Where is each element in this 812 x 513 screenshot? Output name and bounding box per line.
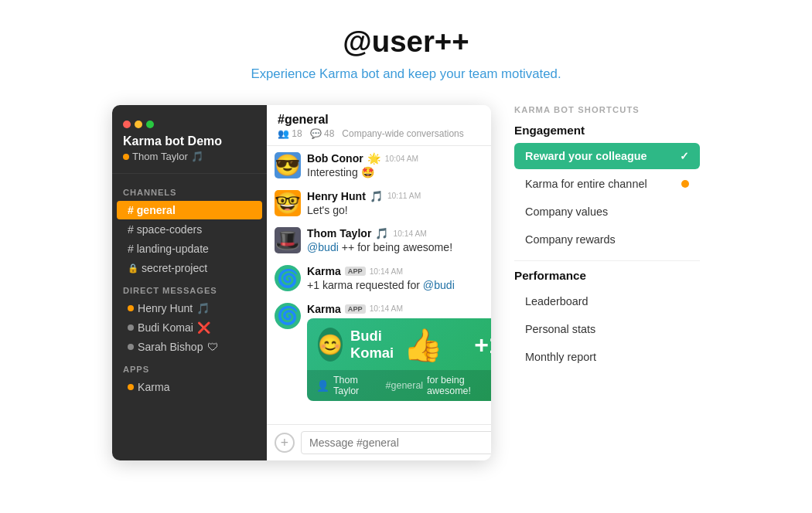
message-henry-body: Henry Hunt 🎵 10:11 AM Let's go!	[307, 190, 491, 219]
chat-channel-name: #general	[278, 113, 464, 127]
chat-area: #general 👥 18 💬 48 Company-wide conversa…	[267, 105, 491, 460]
sidebar-app-karma[interactable]: Karma	[117, 378, 262, 396]
channels-label: CHANNELS	[112, 180, 267, 200]
shortcut-check-icon: ✓	[680, 150, 689, 162]
dm-sarah-emoji: 🛡	[207, 341, 218, 353]
karma-time-2: 10:14 AM	[370, 304, 403, 313]
karma-app-dot	[128, 384, 134, 390]
window-min-dot	[135, 121, 142, 128]
karma-card-left: 😊 Budi Komai	[318, 328, 403, 362]
shortcut-personal-stats-label: Personal stats	[525, 323, 595, 335]
main-container: Karma bot Demo Thom Taylor 🎵 CHANNELS # …	[0, 97, 812, 468]
karma-card-avatar: 😊	[318, 328, 343, 362]
chat-header-meta: 👥 18 💬 48 Company-wide conversations	[278, 128, 464, 139]
user-emoji: 🎵	[191, 151, 203, 162]
dm-budi-name: Budi Komai	[138, 321, 193, 334]
dm-sarah-name: Sarah Bishop	[138, 341, 203, 353]
shortcut-leaderboard-label: Leaderboard	[525, 295, 589, 307]
avatar-karma-2: 🌀	[275, 303, 301, 329]
message-bob: 😎 Bob Conor 🌟 10:04 AM Interesting 🤩	[275, 152, 491, 181]
channel-name-landing-update: # landing-update	[128, 243, 209, 255]
chat-header-info: #general 👥 18 💬 48 Company-wide conversa…	[278, 113, 464, 139]
apps-label: APPS	[112, 357, 267, 377]
message-thom-body: Thom Taylor 🎵 10:14 AM @budi ++ for bein…	[307, 227, 491, 256]
karma-from-name: Thom Taylor	[333, 375, 382, 396]
karma-card-right: 👍 +1	[403, 326, 491, 364]
message-karma-1: 🌀 Karma APP 10:14 AM +1 karma requested …	[275, 265, 491, 294]
shortcut-reward-colleague[interactable]: Reward your colleague ✓	[514, 143, 700, 169]
channel-name-space-coders: # space-coders	[128, 223, 202, 236]
page-title: @user++	[15, 25, 797, 59]
sidebar-top: Karma bot Demo Thom Taylor 🎵	[112, 114, 267, 174]
sidebar-dm-henry[interactable]: Henry Hunt 🎵	[117, 299, 262, 318]
karma-name-1: Karma	[307, 265, 341, 277]
shortcut-company-values[interactable]: Company values	[514, 199, 700, 225]
message-karma-2: 🌀 Karma APP 10:14 AM	[275, 303, 491, 401]
sidebar-dm-sarah[interactable]: Sarah Bishop 🛡	[117, 338, 262, 356]
karma-recipient-name: Budi Komai	[350, 328, 403, 362]
window-close-dot	[123, 121, 131, 128]
henry-emoji: 🎵	[370, 190, 384, 202]
sidebar-channel-space-coders[interactable]: # space-coders	[117, 220, 262, 239]
channel-name-general: # general	[128, 204, 176, 216]
sidebar-channel-landing-update[interactable]: # landing-update	[117, 240, 262, 258]
karma-card: 😊 Budi Komai 👍 +1 👤	[307, 318, 491, 401]
chat-input-wrap: + 🙂	[267, 424, 491, 460]
page-header: @user++ Experience Karma bot and keep yo…	[0, 0, 812, 97]
add-attachment-button[interactable]: +	[275, 433, 295, 453]
channel-name-secret-project: secret-project	[142, 262, 207, 274]
mention-budi: @budi	[307, 241, 339, 253]
shortcuts-label: KARMA BOT SHORTCUTS	[514, 105, 700, 114]
sidebar-channel-general[interactable]: # general	[117, 201, 262, 219]
messages-icon: 💬	[310, 128, 322, 139]
mention-budi-2: @budi	[423, 279, 455, 291]
avatar-henry: 🤓	[275, 190, 301, 216]
window-max-dot	[146, 121, 154, 128]
shortcut-monthly-report[interactable]: Monthly report	[514, 344, 700, 370]
karma-from-avatar: 👤	[316, 379, 329, 392]
emoji-picker-icon[interactable]: 🙂	[490, 435, 491, 451]
sarah-status-dot	[128, 344, 134, 350]
shortcut-company-rewards-label: Company rewards	[525, 233, 616, 246]
chat-input[interactable]	[301, 431, 491, 454]
shortcut-company-values-label: Company values	[525, 206, 608, 218]
shortcut-company-rewards[interactable]: Company rewards	[514, 226, 700, 253]
chat-messages: 😎 Bob Conor 🌟 10:04 AM Interesting 🤩	[267, 146, 491, 424]
message-karma-2-author: Karma APP 10:14 AM	[307, 303, 491, 315]
budi-status-dot	[128, 324, 134, 331]
avatar-karma-1: 🌀	[275, 265, 301, 291]
dm-henry-emoji: 🎵	[196, 302, 210, 314]
shortcut-personal-stats[interactable]: Personal stats	[514, 316, 700, 342]
shortcut-dot-icon	[681, 180, 689, 188]
karma-card-bottom: 👤 Thom Taylor #general for being awesome…	[307, 370, 491, 401]
shortcut-reward-label: Reward your colleague	[525, 150, 647, 162]
message-henry-author: Henry Hunt 🎵 10:11 AM	[307, 190, 491, 202]
bob-time: 10:04 AM	[385, 155, 418, 163]
engagement-title: Engagement	[514, 124, 700, 137]
karma-from-channel: #general	[386, 380, 424, 391]
page-subtitle: Experience Karma bot and keep your team …	[15, 66, 797, 82]
message-karma-1-author: Karma APP 10:14 AM	[307, 265, 491, 277]
thom-time: 10:14 AM	[393, 229, 426, 238]
message-karma-1-body: Karma APP 10:14 AM +1 karma requested fo…	[307, 265, 491, 294]
shortcut-karma-channel[interactable]: Karma for entire channel	[514, 171, 700, 197]
shortcut-karma-channel-label: Karma for entire channel	[525, 178, 647, 190]
message-bob-body: Bob Conor 🌟 10:04 AM Interesting 🤩	[307, 152, 491, 181]
slack-mockup: Karma bot Demo Thom Taylor 🎵 CHANNELS # …	[112, 105, 491, 460]
app-badge-1: APP	[345, 267, 366, 276]
karma-reason: for being awesome!	[427, 375, 491, 396]
app-karma-name: Karma	[138, 381, 169, 393]
karma-thumbs-icon: 👍	[403, 326, 443, 364]
thom-emoji: 🎵	[375, 227, 389, 240]
sidebar-user: Thom Taylor 🎵	[123, 151, 256, 162]
lock-icon: 🔒	[128, 263, 138, 273]
karma-name-2: Karma	[307, 303, 341, 315]
karma-score: +1	[474, 331, 491, 359]
thom-text: @budi ++ for being awesome!	[307, 240, 491, 256]
shortcut-leaderboard[interactable]: Leaderboard	[514, 288, 700, 314]
sidebar-channel-secret-project[interactable]: 🔒 secret-project	[117, 259, 262, 277]
sidebar-dm-budi[interactable]: Budi Komai ❌	[117, 318, 262, 337]
henry-text: Let's go!	[307, 203, 491, 219]
thom-name: Thom Taylor	[307, 227, 371, 240]
henry-name: Henry Hunt	[307, 190, 366, 202]
